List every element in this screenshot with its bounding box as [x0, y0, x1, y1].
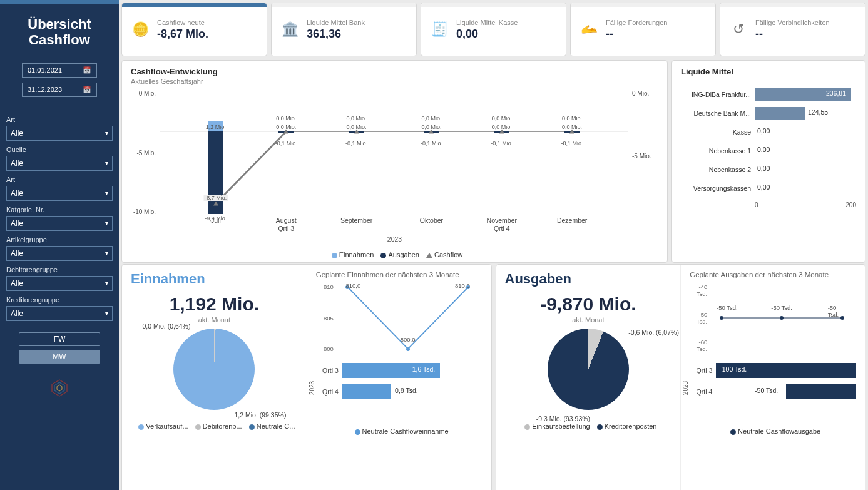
date-to-value: 31.12.2023	[28, 86, 62, 93]
y-axis-left: 0 Mio. -5 Mio. -10 Mio.	[131, 90, 156, 215]
filter-label: Art	[6, 116, 113, 123]
calendar-icon: 📅	[83, 86, 91, 94]
chart-title: Cashflow-Entwicklung	[131, 67, 658, 76]
mini-chart-title: Geplante Ausgaben der nächsten 3 Monate	[690, 271, 856, 278]
filter-label: Quelle	[6, 146, 113, 153]
chevron-down-icon: ▾	[105, 160, 108, 166]
fw-toggle-button[interactable]: FW	[19, 332, 100, 346]
filter-artikelgruppe[interactable]: Alle▾	[6, 246, 113, 261]
chart-group-oktober: 0,0 Mio. -0,1 Mio. 0,0 Mio.	[394, 90, 469, 215]
einnahmen-section: Einnahmen 1,192 Mio. akt. Monat 0,0 Mio.…	[121, 264, 492, 490]
filter-quelle[interactable]: Alle▾	[6, 156, 113, 171]
chart-group-juli: 1,2 Mio. -9,9 Mio. -8,7 Mio.	[178, 90, 253, 215]
kpi-receivables[interactable]: 🫴 Fällige Forderungen--	[570, 3, 716, 56]
chart-plot-area: 1,2 Mio. -9,9 Mio. -8,7 Mio. 0,0 Mio. -0…	[160, 90, 628, 215]
chart-title: Liquide Mittel	[681, 67, 856, 76]
bar-row: Versorgungskassen 0,00	[681, 179, 856, 198]
chart-group-dezember: 0,0 Mio. -0,1 Mio. 0,0 Mio.	[534, 90, 610, 215]
bank-icon: 🏛️	[279, 21, 300, 38]
section-title: Einnahmen	[131, 271, 298, 287]
chevron-down-icon: ▾	[105, 280, 108, 287]
page-title: Übersicht Cashflow	[28, 16, 91, 48]
mw-toggle-button[interactable]: MW	[19, 350, 100, 364]
filter-label: Kreditorengruppe	[6, 296, 113, 304]
cash-register-icon: 🧾	[429, 21, 450, 38]
chart-group-november: 0,0 Mio. -0,1 Mio. 0,0 Mio.	[464, 90, 539, 215]
filter-kreditorengruppe[interactable]: Alle▾	[6, 306, 113, 321]
x-axis: Juli AugustQrtl 3 September Oktober Nove…	[160, 217, 628, 234]
pie-legend: Verkaufsauf... Debitorenp... Neutrale C.…	[131, 422, 298, 430]
mini-legend: Neutrale Cashfloweinnahme	[316, 427, 483, 435]
main-content: 🪙 Cashflow heute-8,67 Mio. 🏛️ Liquide Mi…	[119, 0, 868, 490]
bar-row: Nebenkasse 2 0,00	[681, 160, 856, 179]
pie-legend: Einkaufsbestellung Kreditorenposten	[505, 422, 672, 430]
cashflow-development-chart: Cashflow-Entwicklung Aktuelles Geschäfts…	[121, 60, 668, 263]
filter-label: Artikelgruppe	[6, 236, 113, 243]
date-to-picker[interactable]: 31.12.2023 📅	[22, 83, 97, 97]
y-axis-right: 0 Mio. -5 Mio.	[632, 90, 658, 215]
bar-row: Kasse 0,00	[681, 123, 856, 141]
mini-chart-title: Geplante Einnahmen der nächsten 3 Monate	[316, 271, 483, 278]
chart-group-august: 0,0 Mio. -0,1 Mio. 0,0 Mio.	[248, 90, 324, 215]
svg-marker-2	[57, 385, 62, 391]
ausgaben-section: Ausgaben -9,870 Mio. akt. Monat -0,6 Mio…	[496, 264, 866, 490]
filter-label: Katgorie, Nr.	[6, 206, 113, 213]
filter-debitorengruppe[interactable]: Alle▾	[6, 276, 113, 291]
filter-art-1[interactable]: Alle▾	[6, 126, 113, 141]
mini-legend: Neutrale Cashflowausgabe	[690, 427, 856, 435]
section-title: Ausgaben	[505, 271, 672, 287]
bar-row: ING-DiBa Frankfur... 236,81	[681, 85, 856, 104]
ausgaben-bar-chart: 2023 Qrtl 3 -100 Tsd. Qrtl 4 -50 Tsd.	[690, 360, 856, 416]
sidebar-accent-bar	[0, 0, 119, 4]
kpi-payables[interactable]: ↺ Fällige Verbindlichkeiten--	[720, 3, 865, 56]
date-from-value: 01.01.2021	[28, 66, 62, 74]
filter-label: Art	[6, 176, 113, 183]
ausgaben-pie-chart: -0,6 Mio. (6,07%) -9,3 Mio. (93,93%)	[505, 329, 672, 410]
einnahmen-bar-chart: 2023 Qrtl 3 1,6 Tsd. Qrtl 4 0,8 Tsd.	[316, 360, 483, 416]
chevron-down-icon: ▾	[105, 250, 108, 257]
einnahmen-pie-chart: 0,0 Mio. (0,64%) 1,2 Mio. (99,35%)	[131, 329, 298, 410]
einnahmen-value: 1,192 Mio.	[131, 293, 298, 315]
x-axis: 0200	[681, 202, 856, 208]
kpi-cashflow-today[interactable]: 🪙 Cashflow heute-8,67 Mio.	[121, 3, 267, 56]
hand-coins-icon: 🫴	[578, 21, 600, 38]
liquid-funds-chart: Liquide Mittel ING-DiBa Frankfur... 236,…	[671, 60, 865, 263]
bar-row: Nebenkasse 1 0,00	[681, 141, 856, 160]
value-subtitle: akt. Monat	[505, 316, 672, 324]
ausgaben-line-chart: -40 Tsd.-50 Tsd.-60 Tsd. -50 Tsd. -50 Ts…	[690, 283, 856, 352]
filter-art-2[interactable]: Alle▾	[6, 186, 113, 201]
chart-legend: Einnahmen Ausgaben Cashflow	[131, 251, 658, 258]
ausgaben-value: -9,870 Mio.	[505, 293, 672, 315]
brand-logo-icon	[50, 379, 69, 402]
chart-group-september: 0,0 Mio. -0,1 Mio. 0,0 Mio.	[319, 90, 394, 215]
sidebar: Übersicht Cashflow 01.01.2021 📅 31.12.20…	[0, 0, 119, 490]
x-axis-year: 2023	[131, 235, 658, 243]
bar-row: Deutsche Bank M... 124,55	[681, 104, 856, 123]
kpi-row: 🪙 Cashflow heute-8,67 Mio. 🏛️ Liquide Mi…	[121, 3, 865, 56]
chart-subtitle: Aktuelles Geschäftsjahr	[131, 78, 658, 85]
calendar-icon: 📅	[83, 66, 91, 74]
history-icon: ↺	[728, 21, 749, 38]
filter-kategorie[interactable]: Alle▾	[6, 216, 113, 231]
svg-marker-1	[54, 382, 64, 394]
chevron-down-icon: ▾	[105, 310, 108, 317]
kpi-liquid-cash[interactable]: 🧾 Liquide Mittel Kasse0,00	[421, 3, 566, 56]
chevron-down-icon: ▾	[105, 190, 108, 197]
einnahmen-line-chart: 810805800 810,0 800,0 810,0	[316, 283, 483, 352]
filter-label: Debitorengruppe	[6, 266, 113, 273]
filter-panel: Art Alle▾ Quelle Alle▾ Art Alle▾ Katgori…	[6, 111, 113, 321]
coins-icon: 🪙	[130, 21, 151, 38]
chevron-down-icon: ▾	[105, 130, 108, 136]
kpi-liquid-bank[interactable]: 🏛️ Liquide Mittel Bank361,36	[271, 3, 417, 56]
date-from-picker[interactable]: 01.01.2021 📅	[22, 63, 97, 78]
chevron-down-icon: ▾	[105, 220, 108, 227]
